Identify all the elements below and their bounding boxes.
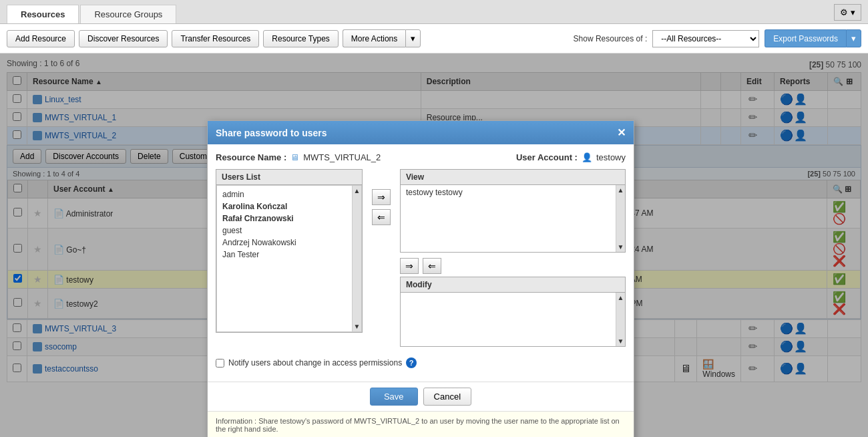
modify-panel-header: Modify bbox=[401, 277, 625, 293]
user-account-value: testowy bbox=[596, 152, 626, 162]
user-item[interactable]: Rafał Chrzanowski bbox=[220, 212, 359, 225]
show-resources-label: Show Resources of : bbox=[574, 34, 648, 43]
resource-name-value: MWTS_VIRTUAL_2 bbox=[303, 152, 381, 162]
view-scroll-down[interactable]: ▼ bbox=[618, 243, 624, 251]
modal-header: Share password to users ✕ bbox=[208, 121, 634, 144]
modify-scroll-down[interactable]: ▼ bbox=[618, 337, 624, 345]
resources-filter-select[interactable]: --All Resources-- bbox=[652, 30, 759, 47]
help-icon[interactable]: ? bbox=[406, 357, 417, 368]
view-user-item: testowy testowy bbox=[406, 188, 620, 197]
tab-resource-groups[interactable]: Resource Groups bbox=[80, 5, 176, 23]
resource-name-icon: 🖥 bbox=[290, 152, 299, 162]
user-account-label: User Account : bbox=[516, 152, 578, 162]
gear-button[interactable]: ⚙ ▾ bbox=[834, 4, 861, 21]
scrollbar-down[interactable]: ▼ bbox=[354, 323, 361, 330]
add-resource-button[interactable]: Add Resource bbox=[7, 30, 75, 47]
notify-checkbox[interactable] bbox=[216, 359, 224, 368]
info-box: Information : Share testowy's password o… bbox=[208, 411, 634, 437]
cancel-button[interactable]: Cancel bbox=[423, 388, 471, 406]
modal-close-button[interactable]: ✕ bbox=[617, 126, 626, 139]
export-passwords-dropdown[interactable]: ▾ bbox=[846, 29, 861, 47]
more-actions-button[interactable]: More Actions bbox=[343, 29, 405, 47]
discover-resources-button[interactable]: Discover Resources bbox=[79, 30, 168, 47]
view-scroll-up[interactable]: ▲ bbox=[618, 186, 624, 194]
export-passwords-button[interactable]: Export Passwords bbox=[765, 29, 846, 47]
save-button[interactable]: Save bbox=[370, 388, 418, 406]
user-item[interactable]: Andrzej Nowakowski bbox=[220, 237, 359, 249]
notify-label: Notify users about change in access perm… bbox=[228, 358, 402, 368]
users-list-header: Users List bbox=[216, 170, 362, 185]
user-item[interactable]: Jan Tester bbox=[220, 249, 359, 261]
more-actions-dropdown[interactable]: ▾ bbox=[405, 29, 421, 47]
user-item[interactable]: guest bbox=[220, 225, 359, 237]
transfer-resources-button[interactable]: Transfer Resources bbox=[172, 30, 259, 47]
transfer-left-button[interactable]: ⇐ bbox=[372, 209, 391, 225]
view-transfer-right[interactable]: ⇒ bbox=[400, 258, 419, 274]
user-account-icon: 👤 bbox=[582, 152, 592, 162]
scrollbar-up[interactable]: ▲ bbox=[354, 187, 361, 194]
view-transfer-left[interactable]: ⇐ bbox=[423, 258, 441, 274]
modal-title: Share password to users bbox=[216, 128, 327, 138]
user-item[interactable]: Karolina Kończal bbox=[220, 200, 359, 212]
view-panel-header: View bbox=[401, 170, 625, 185]
transfer-right-button[interactable]: ⇒ bbox=[372, 189, 391, 205]
modify-scroll-up[interactable]: ▲ bbox=[618, 294, 624, 301]
gear-icon: ⚙ bbox=[840, 7, 848, 17]
user-item[interactable]: admin bbox=[220, 188, 359, 200]
gear-dropdown-icon: ▾ bbox=[851, 7, 855, 17]
resource-name-label: Resource Name : bbox=[216, 152, 286, 162]
tab-resources[interactable]: Resources bbox=[7, 5, 79, 23]
share-password-modal: Share password to users ✕ Resource Name … bbox=[207, 120, 634, 437]
resource-types-button[interactable]: Resource Types bbox=[263, 30, 339, 47]
